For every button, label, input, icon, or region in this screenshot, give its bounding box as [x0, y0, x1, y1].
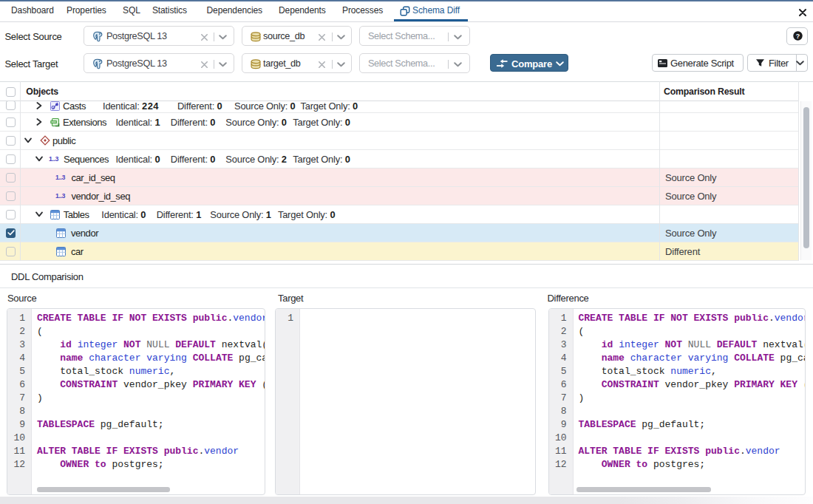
svg-text:?: ?: [795, 33, 800, 40]
